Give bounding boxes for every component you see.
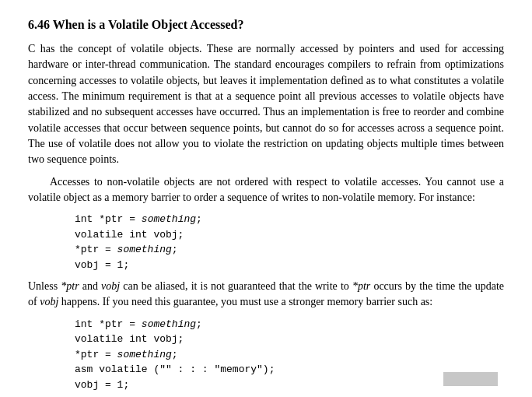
section-title: 6.46 When is a Volatile Object Accessed?: [28, 16, 504, 33]
p3-vobj: vobj: [101, 280, 120, 292]
code1-line2: volatile int vobj;: [75, 227, 504, 243]
code2-line4: asm volatile ("" : : : "memory");: [75, 362, 504, 378]
code-block-1: int *ptr = something; volatile int vobj;…: [75, 212, 504, 272]
p2-text: Accesses to non-volatile objects are not…: [28, 176, 504, 203]
p3-part3: can be aliased, it is not guaranteed tha…: [120, 280, 352, 292]
p3-part5: happens. If you need this guarantee, you…: [58, 296, 432, 307]
code2-something2: something: [117, 349, 172, 360]
p3-part1: Unless: [28, 280, 61, 292]
code-block-2: int *ptr = something; volatile int vobj;…: [75, 317, 504, 393]
paragraph-2: Accesses to non-volatile objects are not…: [28, 174, 504, 206]
page-content: 6.46 When is a Volatile Object Accessed?…: [28, 16, 504, 392]
code2-line2: volatile int vobj;: [75, 332, 504, 347]
code1-something2: something: [117, 244, 172, 255]
code2-line5: vobj = 1;: [75, 378, 504, 393]
code1-line1: int *ptr = something;: [75, 212, 504, 227]
redaction-box: [443, 372, 498, 386]
p3-part2: and: [79, 280, 101, 292]
code1-something1: something: [142, 213, 196, 225]
code1-line3: *ptr = something;: [75, 242, 504, 258]
code1-line4: vobj = 1;: [75, 258, 504, 273]
paragraph-3: Unless *ptr and vobj can be aliased, it …: [28, 279, 504, 311]
paragraph-1: C has the concept of volatile objects. T…: [28, 41, 504, 167]
p3-ptr2: *ptr: [352, 280, 370, 292]
code2-line1: int *ptr = something;: [75, 317, 504, 332]
p3-ptr: *ptr: [61, 280, 79, 292]
code2-something1: something: [142, 318, 196, 330]
code2-line3: *ptr = something;: [75, 347, 504, 363]
p3-vobj2: vobj: [40, 296, 58, 307]
